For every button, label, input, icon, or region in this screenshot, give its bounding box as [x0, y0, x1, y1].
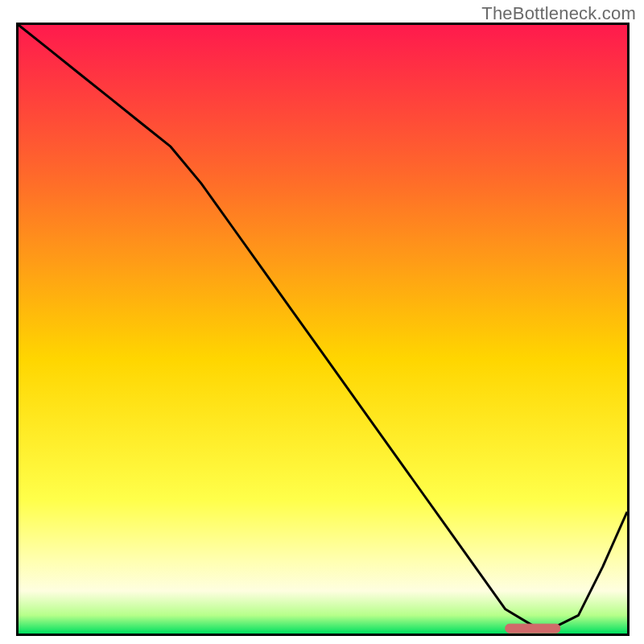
optimum-marker — [506, 624, 560, 633]
chart-frame — [16, 23, 630, 636]
watermark-text: TheBottleneck.com — [481, 3, 636, 24]
gradient-background — [19, 25, 627, 634]
chart-svg — [19, 25, 627, 634]
chart-container: TheBottleneck.com — [0, 0, 644, 644]
